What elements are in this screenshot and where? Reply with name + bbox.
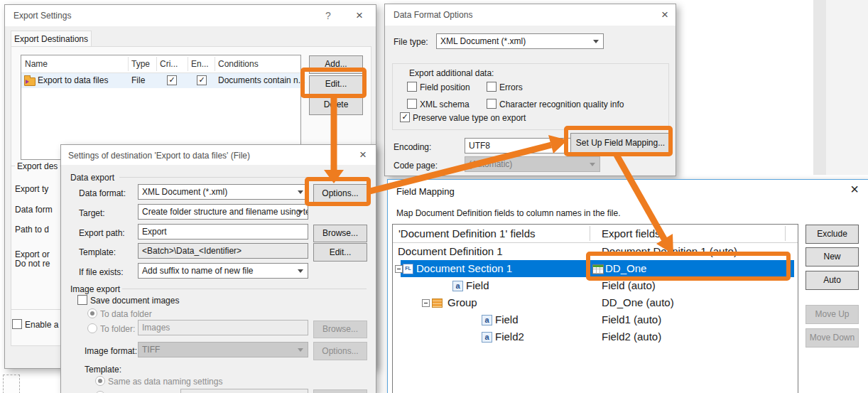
export-cell: Field (auto): [602, 279, 656, 291]
move-down-button: Move Down: [805, 328, 859, 348]
to-folder-radio: [87, 323, 97, 333]
export-cell: Field2 (auto): [602, 330, 661, 343]
save-images-label: Save document images: [90, 296, 179, 306]
column-divider[interactable]: [156, 57, 157, 71]
delete-button[interactable]: Delete: [309, 96, 363, 115]
data-format-title: Data Format Options: [394, 10, 472, 20]
fields-column-header[interactable]: 'Document Definition 1' fields: [398, 227, 536, 239]
desktop: { "annotation": { "highlight_color": "#e…: [0, 0, 868, 393]
column-divider[interactable]: [215, 57, 215, 71]
chevron-down-icon: [590, 163, 595, 169]
destination-title: Settings of destination 'Export to data …: [68, 151, 250, 161]
col-type[interactable]: Type: [131, 59, 150, 69]
collapse-icon[interactable]: [422, 299, 430, 307]
close-icon[interactable]: ×: [357, 149, 369, 161]
tree-header: 'Document Definition 1' fields Export fi…: [393, 225, 798, 243]
field-cell: Document Section 1: [416, 262, 512, 274]
row-conditions: Documents contain n...: [218, 75, 305, 85]
field-icon: a: [482, 315, 492, 325]
row-type: File: [131, 75, 145, 85]
xml-schema-checkbox[interactable]: [407, 99, 417, 109]
file-type-label: File type:: [394, 37, 428, 47]
col-conditions[interactable]: Conditions: [218, 59, 259, 69]
field-icon: a: [452, 281, 463, 291]
collapse-icon[interactable]: [395, 265, 403, 273]
clipped-path-label: Path to d: [15, 225, 49, 235]
column-divider[interactable]: [188, 57, 188, 71]
close-icon[interactable]: ×: [658, 9, 671, 21]
background-dashed-panel: [3, 375, 20, 393]
errors-checkbox[interactable]: [487, 82, 497, 92]
data-format-combobox[interactable]: XML Document (*.xml): [138, 184, 308, 200]
tab-export-destinations[interactable]: Export Destinations: [11, 31, 92, 47]
target-value: Create folder structure and filename usi…: [142, 207, 308, 217]
export-cell: DD_One (auto): [602, 296, 674, 308]
close-icon[interactable]: ×: [848, 183, 861, 195]
row-name: Export to data files: [38, 75, 108, 85]
close-icon[interactable]: ×: [353, 9, 366, 22]
col-critical[interactable]: Cri...: [160, 59, 178, 69]
field-position-checkbox[interactable]: [407, 82, 417, 92]
encoding-label: Encoding:: [394, 142, 431, 152]
preserve-type-checkbox[interactable]: ✓: [400, 112, 410, 122]
chevron-down-icon: [298, 190, 303, 197]
target-label: Target:: [79, 208, 105, 218]
tree-row[interactable]: Group DD_One (auto): [393, 294, 798, 311]
clipped-export-only-label: Export or: [15, 249, 50, 259]
col-enabled[interactable]: En...: [191, 59, 209, 69]
column-divider[interactable]: [785, 226, 786, 241]
export-path-label: Export path:: [79, 228, 125, 238]
custom-template-button: [313, 389, 367, 393]
file-type-combobox[interactable]: XML Document (*.xml): [436, 33, 604, 49]
template2-label: Template:: [85, 365, 121, 375]
browse-button[interactable]: Browse...: [313, 225, 367, 242]
to-data-folder-label: To data folder: [100, 309, 152, 319]
group-icon: [432, 298, 443, 308]
data-format-value: XML Document (*.xml): [142, 187, 227, 197]
if-file-exists-combobox[interactable]: Add suffix to name of new file: [138, 263, 308, 279]
image-export-group-label: Image export: [70, 284, 120, 294]
enable-checkbox-label: Enable a: [25, 320, 58, 330]
save-images-checkbox[interactable]: [77, 295, 87, 305]
table-row[interactable]: Export to data files File ✓ ✓ Documents …: [21, 73, 300, 88]
field-cell: Group: [447, 296, 477, 308]
tree-row[interactable]: a Field Field1 (auto): [393, 311, 798, 328]
export-cell: Field1 (auto): [602, 313, 661, 325]
column-divider[interactable]: [128, 57, 129, 71]
highlight-ddone-cell: [586, 252, 791, 281]
field-position-label: Field position: [420, 82, 470, 92]
background-scrollbar-strip: [813, 0, 826, 175]
help-icon[interactable]: ?: [322, 9, 335, 22]
code-page-value: (Automatic): [469, 159, 512, 169]
enable-checkbox[interactable]: [12, 319, 22, 329]
column-divider[interactable]: [590, 226, 590, 241]
critical-checkbox[interactable]: ✓: [167, 75, 177, 85]
target-combobox[interactable]: Create folder structure and filename usi…: [138, 204, 308, 220]
field-mapping-dialog: Field Mapping × Map Document Definition …: [387, 179, 868, 393]
field-cell: Document Definition 1: [398, 245, 503, 257]
enabled-checkbox[interactable]: ✓: [197, 75, 207, 85]
col-name[interactable]: Name: [25, 59, 48, 69]
export-path-input[interactable]: Export: [138, 224, 308, 239]
code-page-label: Code page:: [394, 161, 438, 171]
if-file-exists-label: If file exists:: [79, 267, 124, 277]
auto-button[interactable]: Auto: [805, 271, 859, 290]
new-button[interactable]: New: [805, 247, 859, 267]
encoding-value: UTF8: [469, 141, 490, 151]
field-mapping-title: Field Mapping: [396, 186, 455, 197]
to-folder-label: To folder:: [100, 324, 135, 334]
background-panel-strip: [826, 0, 868, 175]
highlight-options-button: [305, 177, 371, 206]
highlight-setup-mapping-button: [564, 126, 673, 156]
exclude-button[interactable]: Exclude: [805, 225, 859, 244]
code-page-combobox: (Automatic): [465, 156, 600, 172]
chevron-down-icon: [298, 210, 303, 217]
field-mapping-instruction: Map Document Definition fields to column…: [396, 208, 621, 218]
tree-row[interactable]: a Field2 Field2 (auto): [393, 328, 798, 345]
export-fields-column-header[interactable]: Export fields: [602, 227, 661, 239]
same-as-naming-radio: [95, 376, 105, 386]
mapping-tree[interactable]: 'Document Definition 1' fields Export fi…: [392, 224, 798, 393]
char-quality-checkbox[interactable]: [487, 99, 497, 109]
custom-template-input: [180, 389, 308, 393]
edit-template-button[interactable]: Edit...: [313, 243, 367, 262]
